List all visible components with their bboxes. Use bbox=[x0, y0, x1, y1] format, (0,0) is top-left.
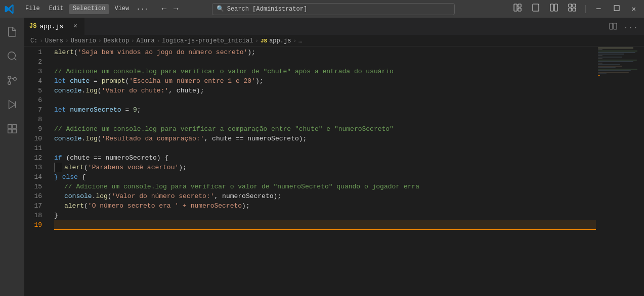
line-num-18: 18 bbox=[24, 211, 47, 220]
breadcrumb-desktop[interactable]: Desktop bbox=[104, 37, 129, 44]
code-line-17: alert('O número secreto era ' + numeroSe… bbox=[54, 201, 596, 211]
minimap-content bbox=[596, 46, 644, 77]
breadcrumb-usuario[interactable]: Usuario bbox=[71, 37, 96, 44]
code-line-10: console.log('Resultado da comparação:', … bbox=[54, 134, 596, 143]
code-line-9: // Adicione um console.log para verifica… bbox=[54, 124, 596, 134]
breadcrumb-alura[interactable]: Alura bbox=[137, 37, 155, 44]
line-num-13: 13 bbox=[24, 163, 47, 172]
window-controls: − ✕ bbox=[510, 3, 640, 15]
activity-run[interactable] bbox=[0, 92, 24, 117]
code-content[interactable]: alert('Seja bem vindos ao jogo do número… bbox=[52, 46, 596, 296]
svg-rect-6 bbox=[569, 4, 572, 7]
code-line-18: } bbox=[54, 211, 596, 220]
code-line-5: console.log('Valor do chute:', chute); bbox=[54, 86, 596, 95]
svg-rect-10 bbox=[614, 6, 619, 11]
code-line-1: alert('Seja bem vindos ao jogo do número… bbox=[54, 47, 596, 57]
activity-bar bbox=[0, 18, 24, 296]
svg-rect-20 bbox=[8, 125, 12, 128]
activity-explorer[interactable] bbox=[0, 20, 24, 44]
svg-rect-25 bbox=[614, 23, 617, 29]
breadcrumb-js-icon: JS bbox=[261, 38, 267, 44]
main-layout: JS app.js × ··· C: › Users › Usuario › D… bbox=[0, 18, 644, 296]
line-num-5: 5 bbox=[24, 86, 47, 95]
code-line-2 bbox=[54, 57, 596, 67]
svg-rect-7 bbox=[573, 4, 576, 7]
minimize-button[interactable]: − bbox=[592, 4, 606, 14]
tab-label: app.js bbox=[39, 23, 63, 30]
nav-back-button[interactable]: ← bbox=[159, 4, 169, 15]
line-num-12: 12 bbox=[24, 153, 47, 163]
code-line-14: } else { bbox=[54, 172, 596, 182]
svg-rect-9 bbox=[573, 8, 576, 11]
nav-forward-button[interactable]: → bbox=[171, 4, 181, 15]
code-line-15: // Adicione um console.log para verifica… bbox=[54, 182, 596, 191]
line-num-1: 1 bbox=[24, 47, 47, 57]
line-num-2: 2 bbox=[24, 57, 47, 67]
menu-view[interactable]: View bbox=[110, 4, 133, 14]
breadcrumb-users[interactable]: Users bbox=[45, 37, 63, 44]
line-num-9: 9 bbox=[24, 124, 47, 134]
js-file-icon: JS bbox=[29, 23, 36, 30]
activity-source-control[interactable] bbox=[0, 68, 24, 92]
line-num-6: 6 bbox=[24, 95, 47, 105]
search-bar[interactable]: 🔍 Search [Administrator] bbox=[212, 3, 455, 15]
menu-bar: File Edit Selection View ··· bbox=[21, 4, 151, 14]
code-line-4: let chute = prompt('Escolha um número en… bbox=[54, 76, 596, 86]
line-num-8: 8 bbox=[24, 115, 47, 124]
svg-rect-24 bbox=[610, 23, 613, 29]
activity-search[interactable] bbox=[0, 44, 24, 68]
breadcrumb-project[interactable]: logica-js-projeto_inicial bbox=[162, 37, 253, 44]
svg-rect-0 bbox=[514, 4, 517, 11]
line-num-15: 15 bbox=[24, 182, 47, 191]
editor-area: JS app.js × ··· C: › Users › Usuario › D… bbox=[24, 18, 644, 296]
line-num-17: 17 bbox=[24, 201, 47, 211]
line-num-16: 16 bbox=[24, 191, 47, 201]
layout-panels-icon[interactable] bbox=[510, 3, 525, 15]
svg-rect-5 bbox=[554, 4, 557, 11]
svg-rect-21 bbox=[13, 125, 16, 128]
line-num-19: 19 bbox=[24, 220, 47, 230]
nav-arrows: ← → bbox=[159, 4, 181, 15]
layout-single-icon[interactable] bbox=[529, 3, 543, 15]
svg-rect-8 bbox=[569, 8, 572, 11]
svg-line-12 bbox=[14, 58, 16, 60]
code-editor: 1 2 3 4 5 6 7 8 9 10 11 12 13 14 15 16 1… bbox=[24, 46, 644, 296]
breadcrumb-ellipsis[interactable]: … bbox=[298, 37, 302, 44]
close-button[interactable]: ✕ bbox=[628, 5, 640, 13]
code-line-13: alert('Parabens você acertou'); bbox=[54, 163, 596, 172]
line-num-10: 10 bbox=[24, 134, 47, 143]
menu-selection[interactable]: Selection bbox=[69, 4, 110, 14]
breadcrumb-filename[interactable]: app.js bbox=[269, 37, 291, 44]
svg-rect-1 bbox=[518, 4, 521, 7]
line-num-14: 14 bbox=[24, 172, 47, 182]
tab-close-button[interactable]: × bbox=[71, 22, 79, 30]
svg-rect-3 bbox=[533, 4, 539, 11]
activity-extensions[interactable] bbox=[0, 117, 24, 141]
restore-button[interactable] bbox=[610, 5, 624, 13]
minimap bbox=[596, 46, 644, 296]
svg-point-13 bbox=[8, 76, 11, 79]
menu-more[interactable]: ··· bbox=[134, 4, 151, 14]
menu-file[interactable]: File bbox=[21, 4, 44, 14]
code-line-11 bbox=[54, 143, 596, 153]
code-line-19 bbox=[54, 220, 596, 230]
tab-bar: JS app.js × ··· bbox=[24, 18, 644, 35]
svg-rect-22 bbox=[13, 129, 16, 133]
line-num-3: 3 bbox=[24, 67, 47, 76]
breadcrumb-c[interactable]: C: bbox=[30, 37, 37, 44]
layout-grid-icon[interactable] bbox=[565, 3, 579, 15]
code-line-3: // Adicione um console.log para verifica… bbox=[54, 67, 596, 76]
svg-point-15 bbox=[14, 78, 17, 81]
breadcrumb: C: › Users › Usuario › Desktop › Alura ›… bbox=[24, 35, 644, 46]
layout-split-icon[interactable] bbox=[547, 3, 561, 15]
svg-rect-23 bbox=[8, 129, 12, 133]
split-editor-button[interactable] bbox=[607, 20, 619, 35]
divider bbox=[585, 5, 586, 13]
svg-rect-4 bbox=[550, 4, 553, 11]
line-num-7: 7 bbox=[24, 105, 47, 115]
svg-line-17 bbox=[11, 78, 14, 79]
menu-edit[interactable]: Edit bbox=[45, 4, 68, 14]
tab-app-js[interactable]: JS app.js × bbox=[24, 18, 85, 35]
svg-rect-2 bbox=[518, 8, 521, 11]
editor-more-button[interactable]: ··· bbox=[621, 21, 640, 34]
